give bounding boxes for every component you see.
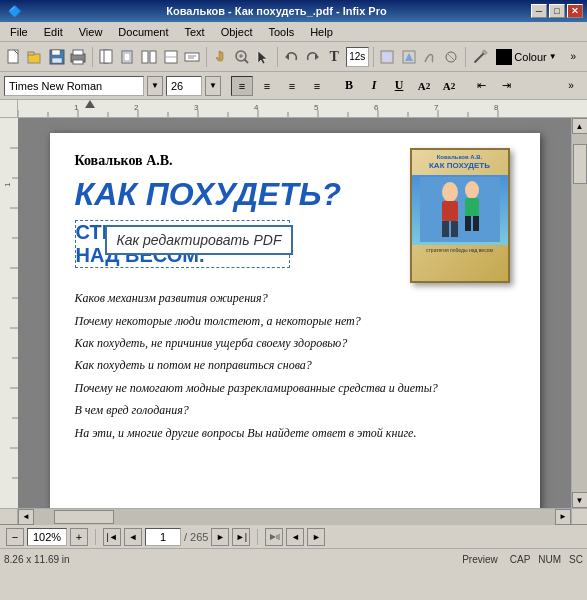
zoom-tool[interactable] xyxy=(232,45,251,69)
svg-rect-2 xyxy=(28,52,34,55)
text-tool[interactable]: T xyxy=(325,45,344,69)
nav-prev-button[interactable]: ◄ xyxy=(286,528,304,546)
tool-btn4[interactable] xyxy=(442,45,461,69)
underline-button[interactable]: U xyxy=(388,76,410,96)
colour-swatch xyxy=(496,49,512,65)
tool-btn2[interactable] xyxy=(399,45,418,69)
menu-view[interactable]: View xyxy=(73,24,109,40)
align-left-button[interactable]: ≡ xyxy=(231,76,253,96)
svg-line-31 xyxy=(475,53,484,62)
indent-left-button[interactable]: ⇤ xyxy=(470,76,492,96)
colour-button[interactable]: Colour ▼ xyxy=(491,46,561,68)
scroll-left-button[interactable]: ◄ xyxy=(18,509,34,525)
scroll-down-button[interactable]: ▼ xyxy=(572,492,588,508)
toolbar-separator-4 xyxy=(373,47,374,67)
menu-text[interactable]: Text xyxy=(179,24,211,40)
redo-button[interactable] xyxy=(303,45,322,69)
svg-rect-17 xyxy=(185,53,199,61)
pdf-canvas: Ковальков А.В. КАК ПОХУДЕТЬ xyxy=(18,118,571,508)
open-button[interactable] xyxy=(25,45,44,69)
page-separator: / xyxy=(184,531,187,543)
italic-button[interactable]: I xyxy=(363,76,385,96)
align-justify-button[interactable]: ≡ xyxy=(306,76,328,96)
menu-object[interactable]: Object xyxy=(215,24,259,40)
new-button[interactable] xyxy=(4,45,23,69)
scroll-right-button[interactable]: ► xyxy=(555,509,571,525)
zoom-in-button[interactable]: + xyxy=(70,528,88,546)
doc-btn1[interactable] xyxy=(97,45,116,69)
maximize-button[interactable]: □ xyxy=(549,4,565,18)
align-center-button[interactable]: ≡ xyxy=(256,76,278,96)
next-page-button[interactable]: ► xyxy=(211,528,229,546)
nav-next-button[interactable]: ► xyxy=(307,528,325,546)
doc-btn5[interactable] xyxy=(182,45,201,69)
colour-dropdown-arrow[interactable]: ▼ xyxy=(549,52,557,61)
scroll-track-v[interactable] xyxy=(572,134,588,492)
undo-button[interactable] xyxy=(282,45,301,69)
doc-btn2[interactable] xyxy=(118,45,137,69)
font-name-dropdown[interactable]: ▼ xyxy=(147,76,163,96)
current-page-display[interactable]: 1 xyxy=(145,528,181,546)
svg-rect-7 xyxy=(73,50,83,55)
total-pages: 265 xyxy=(190,531,208,543)
menu-tools[interactable]: Tools xyxy=(262,24,300,40)
book-cover: Ковальков А.В. КАК ПОХУДЕТЬ xyxy=(410,148,510,283)
audio-button[interactable] xyxy=(265,528,283,546)
scroll-track-h[interactable] xyxy=(34,509,555,525)
doc-btn3[interactable] xyxy=(139,45,158,69)
pdf-scroll-container[interactable]: Ковальков А.В. КАК ПОХУДЕТЬ xyxy=(18,118,571,508)
menu-file[interactable]: File xyxy=(4,24,34,40)
question-5: Почему не помогают модные разрекламирова… xyxy=(75,378,515,398)
last-page-button[interactable]: ►| xyxy=(232,528,250,546)
scroll-thumb-v[interactable] xyxy=(573,144,587,184)
tool-btn1[interactable] xyxy=(377,45,396,69)
svg-text:3: 3 xyxy=(194,103,199,112)
tool-btn3[interactable] xyxy=(420,45,439,69)
menu-help[interactable]: Help xyxy=(304,24,339,40)
prev-page-button[interactable]: ◄ xyxy=(124,528,142,546)
toolbar-expand[interactable]: » xyxy=(564,45,583,69)
navigation-bar: − 102% + |◄ ◄ 1 / 265 ► ►| ◄ ► xyxy=(0,524,587,548)
save-button[interactable] xyxy=(47,45,66,69)
menu-edit[interactable]: Edit xyxy=(38,24,69,40)
doc-btn4[interactable] xyxy=(161,45,180,69)
hand-tool[interactable] xyxy=(211,45,230,69)
subscript-button[interactable]: A2 xyxy=(438,76,460,96)
print-button[interactable] xyxy=(68,45,87,69)
zoom-out-button[interactable]: − xyxy=(6,528,24,546)
align-right-button[interactable]: ≡ xyxy=(281,76,303,96)
scroll-thumb-h[interactable] xyxy=(54,510,114,524)
svg-rect-5 xyxy=(52,58,62,63)
format-expand[interactable]: » xyxy=(559,74,583,98)
select-tool[interactable] xyxy=(253,45,272,69)
question-2: Почему некоторые люди толстеют, а некото… xyxy=(75,311,515,331)
superscript-button[interactable]: A2 xyxy=(413,76,435,96)
scroll-bottom-corner xyxy=(571,508,587,524)
pdf-questions: Каков механизм развития ожирения? Почему… xyxy=(75,288,515,443)
question-6: В чем вред голодания? xyxy=(75,400,515,420)
edit-tooltip: Как редактировать PDF xyxy=(105,225,294,255)
sc-indicator: SC xyxy=(569,554,583,565)
font-size-input[interactable]: 26 xyxy=(166,76,202,96)
bold-button[interactable]: B xyxy=(338,76,360,96)
scroll-up-button[interactable]: ▲ xyxy=(572,118,588,134)
colour-label: Colour xyxy=(514,51,546,63)
main-area: 1 Ко xyxy=(0,118,587,508)
minimize-button[interactable]: ─ xyxy=(531,4,547,18)
caps-indicator: CAP xyxy=(510,554,531,565)
first-page-button[interactable]: |◄ xyxy=(103,528,121,546)
pen-tool[interactable] xyxy=(470,45,489,69)
svg-rect-8 xyxy=(73,60,83,64)
close-button[interactable]: ✕ xyxy=(567,4,583,18)
font-size-toolbar[interactable]: 12s xyxy=(346,47,369,67)
ruler-corner xyxy=(0,100,18,118)
menu-document[interactable]: Document xyxy=(112,24,174,40)
svg-point-81 xyxy=(465,181,479,199)
nav-sep1 xyxy=(95,529,96,545)
zoom-display[interactable]: 102% xyxy=(27,528,67,546)
font-size-dropdown[interactable]: ▼ xyxy=(205,76,221,96)
font-name-input[interactable]: Times New Roman xyxy=(4,76,144,96)
scroll-corner xyxy=(0,508,18,524)
question-7: На эти, и многие другие вопросы Вы найде… xyxy=(75,423,515,443)
indent-right-button[interactable]: ⇥ xyxy=(495,76,517,96)
